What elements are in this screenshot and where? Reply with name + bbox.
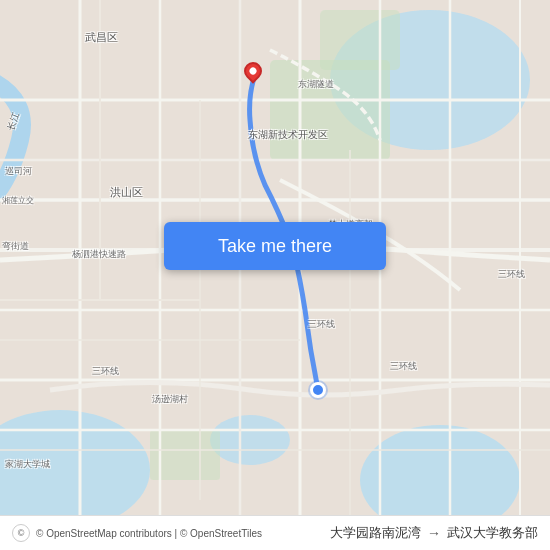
attribution-text: © OpenStreetMap contributors | © OpenStr… [36, 528, 262, 539]
take-me-there-button[interactable]: Take me there [164, 222, 386, 270]
destination-label: 武汉大学教务部 [447, 524, 538, 542]
bottom-bar: © © OpenStreetMap contributors | © OpenS… [0, 515, 550, 550]
attribution-area: © © OpenStreetMap contributors | © OpenS… [12, 524, 262, 542]
route-arrow-icon: → [427, 525, 441, 541]
origin-dot [310, 382, 326, 398]
svg-rect-5 [270, 60, 390, 160]
osm-logo: © [12, 524, 30, 542]
origin-label: 大学园路南泥湾 [330, 524, 421, 542]
svg-rect-6 [320, 10, 400, 70]
destination-pin [244, 62, 262, 80]
svg-point-4 [210, 415, 290, 465]
map-container: 武昌区 长江 巡司河 湘莲立交 洪山区 弯街道 杨泗港快速路 三环线 三环线 三… [0, 0, 550, 550]
route-label: 大学园路南泥湾 → 武汉大学教务部 [330, 524, 538, 542]
